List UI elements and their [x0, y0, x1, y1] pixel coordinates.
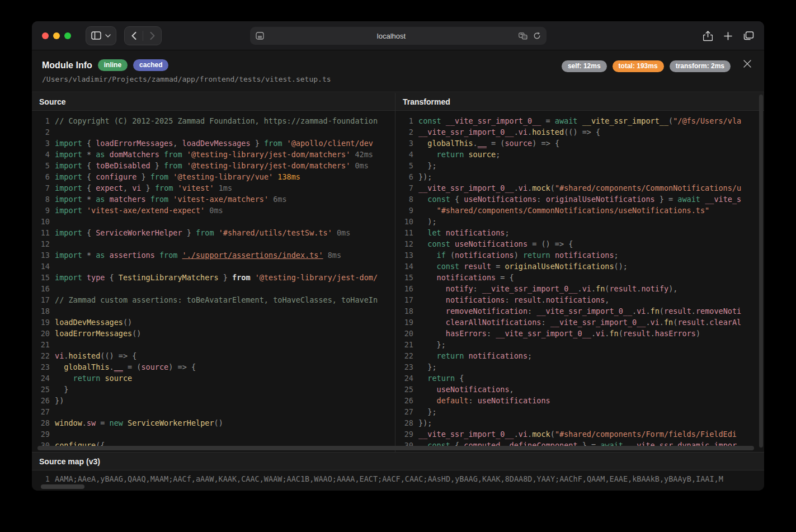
code-line: 13import * as assertions from './support… [36, 249, 395, 261]
code-line: 3 globalThis.__ = (source) => { [400, 138, 764, 149]
code-token: . [514, 430, 519, 439]
code-line: 15import type { TestingLibraryMatchers }… [36, 272, 395, 283]
code-line: 16 [36, 283, 395, 294]
code-token: notify [446, 284, 473, 293]
code-line: 7import { expect, vi } from 'vitest' 1ms [36, 182, 395, 194]
translate-icon[interactable] [519, 32, 527, 40]
code-token: { [87, 172, 96, 181]
address-bar[interactable]: localhost [250, 27, 547, 45]
code-token: vi [651, 318, 660, 327]
code-token: ( [668, 116, 673, 125]
back-button[interactable] [125, 27, 143, 45]
code-token: return [427, 374, 459, 383]
code-token: . [514, 128, 519, 136]
line-number: 16 [36, 283, 50, 294]
code-token: from [164, 161, 187, 170]
line-number: 16 [400, 283, 413, 294]
code-line: 12 const useNotifications = () => { [400, 238, 764, 249]
code-token [418, 374, 427, 383]
code-token: , [123, 183, 132, 192]
code-token [55, 362, 64, 371]
sidebar-toggle-button[interactable] [86, 26, 116, 45]
code-token: __vite_ssr_import__ [582, 116, 668, 125]
code-token: ) [514, 251, 523, 260]
code-token: fn [651, 307, 660, 316]
code-token: let [427, 228, 446, 237]
transformed-vertical-scrollbar[interactable] [759, 95, 763, 448]
code-token: useNotifications [455, 239, 527, 248]
code-token: import [55, 228, 87, 237]
line-number: 3 [36, 138, 50, 149]
source-code[interactable]: 1// Copyright (C) 2012-2025 Zammad Found… [32, 111, 395, 452]
line-number: 13 [400, 249, 413, 261]
code-token: // Copyright (C) 2012-2025 Zammad Founda… [55, 116, 378, 125]
minimize-window-button[interactable] [53, 32, 60, 39]
code-token: as [96, 251, 109, 260]
code-token: source [505, 139, 532, 148]
code-token: useNotifications [478, 396, 550, 405]
code-line: 8 const { useNotifications: originalUseN… [400, 194, 764, 205]
code-token: notifications [546, 295, 605, 304]
transformed-code[interactable]: 1const __vite_ssr_import_0__ = await __v… [395, 111, 764, 452]
code-token: result [664, 307, 691, 316]
code-token: __vite_ssr_import_0__ [550, 318, 646, 327]
code-token: clearAllNotifications [446, 318, 541, 327]
code-token [418, 385, 437, 394]
page-settings-icon[interactable] [256, 32, 264, 40]
code-token: vi [596, 329, 605, 338]
chevron-down-icon [105, 34, 111, 37]
code-token: ) => { [532, 139, 559, 148]
code-token [418, 329, 446, 338]
close-window-button[interactable] [42, 32, 49, 39]
code-token: await [677, 195, 705, 204]
code-token [418, 139, 427, 148]
code-token: notifications [446, 295, 505, 304]
share-icon[interactable] [703, 31, 713, 41]
line-number: 6 [36, 171, 50, 182]
code-token: "#shared/components/Form/fields/FieldEdi [555, 430, 737, 439]
code-token: source [141, 362, 168, 371]
code-token: . [632, 307, 637, 316]
code-token: = [96, 418, 109, 427]
close-button[interactable] [742, 58, 753, 69]
code-token [418, 295, 446, 304]
code-line: 9import 'vitest-axe/extend-expect' 0ms [36, 205, 395, 216]
sourcemap-horizontal-scrollbar[interactable] [41, 484, 84, 489]
code-line: 8import * as matchers from 'vitest-axe/m… [36, 194, 395, 205]
code-line: 4import * as domMatchers from '@testing-… [36, 149, 395, 160]
url-text[interactable]: localhost [264, 32, 519, 40]
code-token: = ( [487, 139, 505, 148]
code-token: ) [696, 329, 700, 338]
source-panel-header: Source [32, 93, 395, 111]
module-info-header: Module Info inline cached self: 12ms tot… [32, 50, 764, 92]
code-line: 28window.sw = new ServiceWorkerHelper() [36, 417, 395, 429]
code-token: (() => { [564, 128, 600, 136]
code-token: ; [614, 251, 619, 260]
zoom-window-button[interactable] [64, 32, 71, 39]
code-token: configure [96, 172, 136, 181]
line-number: 4 [36, 149, 50, 160]
code-line: 16 notify: __vite_ssr_import_0__.vi.fn(r… [400, 283, 764, 294]
tab-overview-icon[interactable] [743, 31, 754, 40]
code-token: hoisted [68, 351, 100, 360]
code-token: __ [478, 139, 487, 148]
code-token: { [87, 161, 96, 170]
forward-button[interactable] [143, 27, 161, 45]
code-token: clearAl [709, 318, 741, 327]
code-token: ServiceWorkerHelper [96, 228, 182, 237]
code-line: 28}); [400, 417, 764, 429]
code-token: from [150, 195, 173, 204]
code-token: __vite_ssr_import_0__ [446, 116, 541, 125]
new-tab-icon[interactable] [724, 32, 732, 40]
transformed-horizontal-scrollbar[interactable] [395, 446, 754, 450]
reload-icon[interactable] [533, 32, 541, 40]
code-token: = () => { [527, 239, 573, 248]
sourcemap-section: Source map (v3) 1 AAMA;AAeA,yBAAG,QAAQ,M… [32, 452, 764, 491]
code-token: }); [418, 418, 432, 427]
code-token: from [196, 228, 219, 237]
code-line: 3import { loadErrorMessages, loadDevMess… [36, 138, 395, 149]
code-token: vi [637, 307, 646, 316]
line-number: 18 [400, 305, 413, 317]
code-token: : [536, 195, 545, 204]
code-token: return [437, 150, 469, 159]
